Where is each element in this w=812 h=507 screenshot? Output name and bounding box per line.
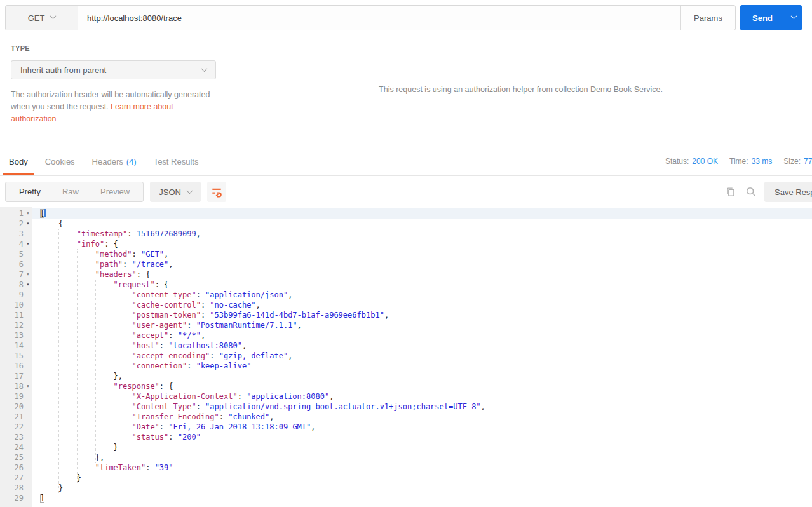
search-response-button[interactable] — [744, 182, 758, 202]
json-string: "localhost:8080" — [168, 341, 242, 350]
json-punctuation — [40, 433, 132, 442]
fold-spacer — [24, 341, 32, 351]
json-punctuation — [40, 240, 77, 248]
code-line: 12 "user-agent": "PostmanRuntime/7.1.1", — [0, 320, 812, 330]
fold-spacer — [24, 310, 32, 320]
line-number: 17 — [0, 371, 24, 381]
code-line: 1▾[ — [0, 208, 812, 219]
json-punctuation — [40, 412, 132, 421]
format-select[interactable]: JSON — [150, 182, 201, 202]
fold-spacer — [24, 412, 32, 422]
json-punctuation: , — [269, 412, 274, 421]
view-raw-button[interactable]: Raw — [51, 182, 90, 201]
json-key: "method" — [95, 250, 132, 259]
code-line: 23 "status": "200" — [0, 432, 812, 442]
code-line: 22 "Date": "Fri, 26 Jan 2018 13:18:09 GM… — [0, 422, 812, 432]
fold-toggle-icon[interactable]: ▾ — [24, 239, 32, 249]
json-key: "accept-encoding" — [132, 351, 210, 360]
tab-headers[interactable]: Headers(4) — [86, 147, 142, 175]
code-text: "cache-control": "no-cache", — [32, 300, 812, 310]
json-key: "info" — [77, 240, 104, 248]
params-label: Params — [694, 13, 722, 23]
json-punctuation: : — [127, 229, 136, 238]
code-line: 29] — [0, 493, 812, 503]
code-line: 9 "content-type": "application/json", — [0, 290, 812, 300]
line-number: 8 — [0, 280, 24, 290]
json-punctuation — [40, 351, 132, 360]
line-number: 24 — [0, 442, 24, 452]
view-preview-button[interactable]: Preview — [90, 182, 140, 201]
code-text: [ — [32, 208, 812, 219]
tab-cookies[interactable]: Cookies — [39, 147, 81, 175]
json-punctuation — [40, 362, 132, 370]
json-punctuation: : — [168, 433, 177, 442]
code-text: "user-agent": "PostmanRuntime/7.1.1", — [32, 320, 812, 330]
wrap-lines-button[interactable] — [207, 182, 226, 202]
json-key: "path" — [95, 260, 123, 269]
code-line: 13 "accept": "*/*", — [0, 330, 812, 341]
tab-test-results[interactable]: Test Results — [148, 147, 205, 175]
line-number: 22 — [0, 422, 24, 432]
params-button[interactable]: Params — [680, 6, 735, 30]
view-pretty-button[interactable]: Pretty — [8, 182, 51, 201]
fold-toggle-icon[interactable]: ▾ — [24, 269, 32, 280]
json-punctuation: , — [297, 321, 302, 330]
collection-link[interactable]: Demo Book Service — [590, 85, 660, 94]
json-punctuation: : { — [137, 270, 151, 279]
code-text: "timeTaken": "39" — [32, 463, 812, 473]
code-line: 5 "method": "GET", — [0, 249, 812, 259]
auth-note-suffix: . — [660, 85, 662, 94]
fold-spacer — [24, 300, 32, 310]
copy-response-button[interactable] — [724, 182, 738, 202]
json-punctuation: : — [196, 290, 205, 299]
json-punctuation: : { — [104, 240, 118, 248]
code-text: } — [32, 442, 812, 452]
json-key: "Transfer-Encoding" — [132, 412, 219, 421]
response-body-viewer[interactable]: 1▾[2▾ {3 "timestamp": 1516972689099,4▾ "… — [0, 207, 812, 507]
json-punctuation: : { — [155, 280, 169, 289]
line-number: 15 — [0, 351, 24, 361]
url-input[interactable] — [78, 6, 680, 30]
json-key: "timestamp" — [77, 229, 127, 238]
line-number: 19 — [0, 391, 24, 402]
send-button[interactable]: Send — [740, 5, 785, 30]
json-string: "39" — [155, 463, 173, 472]
fold-toggle-icon[interactable]: ▾ — [24, 219, 32, 229]
code-line: 7▾ "headers": { — [0, 269, 812, 280]
code-line: 28 } — [0, 483, 812, 493]
fold-toggle-icon[interactable]: ▾ — [24, 381, 32, 391]
send-options-button[interactable] — [785, 5, 802, 30]
wrap-lines-icon — [210, 186, 223, 198]
json-key: "postman-token" — [132, 311, 201, 320]
tab-label: Test Results — [154, 157, 199, 166]
code-line: 21 "Transfer-Encoding": "chunked", — [0, 412, 812, 422]
json-punctuation — [40, 321, 132, 330]
code-line: 8▾ "request": { — [0, 280, 812, 290]
json-string: "no-cache" — [210, 301, 255, 309]
json-punctuation: : — [210, 351, 219, 360]
json-string: "Fri, 26 Jan 2018 13:18:09 GMT" — [168, 422, 311, 431]
json-string: "keep-alive" — [196, 362, 252, 370]
json-punctuation — [40, 341, 132, 350]
method-select[interactable]: GET — [6, 6, 78, 30]
json-punctuation — [40, 301, 132, 309]
line-number: 2 — [0, 219, 24, 229]
tab-body[interactable]: Body — [3, 147, 34, 175]
json-punctuation: , — [329, 392, 334, 401]
json-string: "application/json" — [205, 290, 288, 299]
fold-toggle-icon[interactable]: ▾ — [24, 280, 32, 290]
fold-toggle-icon[interactable]: ▾ — [24, 208, 32, 219]
json-punctuation — [40, 311, 132, 320]
fold-spacer — [24, 259, 32, 269]
json-string: "PostmanRuntime/7.1.1" — [196, 321, 297, 330]
fold-spacer — [24, 391, 32, 402]
auth-type-select[interactable]: Inherit auth from parent — [11, 60, 216, 79]
fold-spacer — [24, 473, 32, 483]
json-punctuation — [40, 382, 114, 391]
line-number: 13 — [0, 330, 24, 341]
code-line: 24 } — [0, 442, 812, 452]
auth-note-panel: This request is using an authorization h… — [229, 30, 812, 147]
json-punctuation: : — [219, 412, 228, 421]
json-punctuation: } — [40, 473, 81, 482]
save-response-button[interactable]: Save Response — [764, 182, 812, 202]
